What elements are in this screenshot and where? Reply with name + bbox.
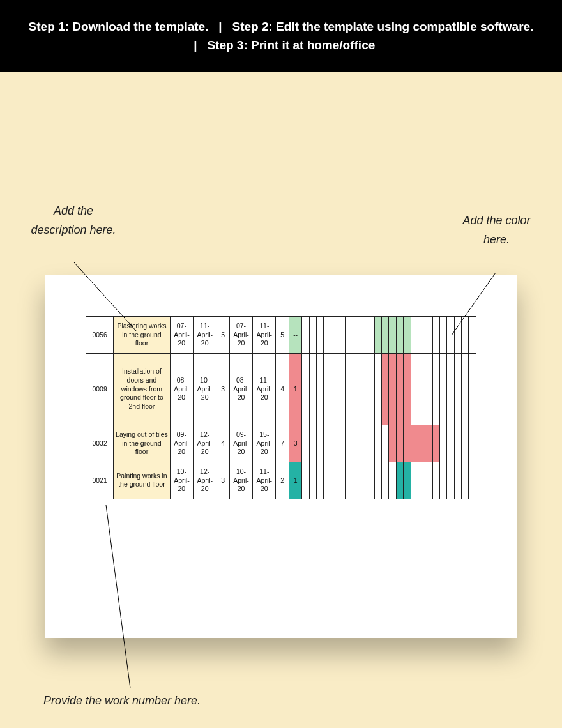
- gantt-day-cell: [469, 316, 476, 353]
- banner-sep2: |: [194, 38, 197, 52]
- gantt-day-cell: [389, 425, 396, 462]
- actual-start-cell: 09-April-20: [229, 425, 252, 462]
- gantt-day-cell: [461, 425, 468, 462]
- banner-step3: Step 3: Print it at home/office: [207, 38, 375, 52]
- gantt-day-cell: [425, 316, 432, 353]
- gantt-day-cell: [447, 462, 454, 499]
- gantt-day-cell: [346, 316, 353, 353]
- gantt-day-cell: [454, 353, 461, 425]
- gantt-day-cell: [461, 353, 468, 425]
- gantt-day-cell: [346, 462, 353, 499]
- gantt-day-cell: [425, 353, 432, 425]
- table-row: 0021Painting works in the ground floor10…: [86, 462, 476, 499]
- gantt-day-cell: [396, 353, 403, 425]
- actual-end-cell: 11-April-20: [253, 353, 276, 425]
- gantt-day-cell: [432, 316, 439, 353]
- gantt-day-cell: [338, 353, 346, 425]
- planned-duration-cell: 3: [216, 462, 229, 499]
- gantt-day-cell: [331, 425, 338, 462]
- gantt-day-cell: [439, 425, 446, 462]
- gantt-day-cell: [469, 462, 476, 499]
- gantt-day-cell: [367, 425, 374, 462]
- gantt-day-cell: [324, 316, 331, 353]
- actual-duration-cell: 2: [276, 462, 289, 499]
- gantt-day-cell: [389, 462, 396, 499]
- gantt-day-cell: [411, 425, 418, 462]
- instruction-banner: Step 1: Download the template. | Step 2:…: [0, 0, 562, 72]
- gantt-day-cell: [411, 462, 418, 499]
- gantt-day-cell: [418, 353, 425, 425]
- gantt-day-cell: [411, 316, 418, 353]
- planned-duration-cell: 3: [216, 353, 229, 425]
- gantt-day-cell: [454, 425, 461, 462]
- gantt-day-cell: [302, 425, 309, 462]
- description-cell: Installation of doors and windows from g…: [114, 353, 171, 425]
- gantt-day-cell: [309, 316, 316, 353]
- actual-end-cell: 15-April-20: [253, 425, 276, 462]
- gantt-day-cell: [404, 316, 411, 353]
- planned-end-cell: 11-April-20: [194, 316, 216, 353]
- gantt-day-cell: [411, 353, 418, 425]
- gantt-day-cell: [439, 316, 446, 353]
- variance-cell: 3: [289, 425, 301, 462]
- gantt-day-cell: [338, 462, 346, 499]
- actual-duration-cell: 4: [276, 353, 289, 425]
- gantt-day-cell: [324, 462, 331, 499]
- gantt-day-cell: [353, 462, 360, 499]
- gantt-day-cell: [338, 316, 346, 353]
- actual-duration-cell: 5: [276, 316, 289, 353]
- actual-start-cell: 10-April-20: [229, 462, 252, 499]
- gantt-day-cell: [404, 353, 411, 425]
- description-cell: Painting works in the ground floor: [114, 462, 171, 499]
- gantt-day-cell: [374, 353, 381, 425]
- planned-start-cell: 08-April-20: [170, 353, 193, 425]
- work-id-cell: 0021: [86, 462, 114, 499]
- work-id-cell: 0056: [86, 316, 114, 353]
- gantt-day-cell: [461, 462, 468, 499]
- gantt-day-cell: [302, 353, 309, 425]
- table-row: 0032Laying out of tiles in the ground fl…: [86, 425, 476, 462]
- callout-description: Add the description here.: [29, 202, 118, 239]
- gantt-day-cell: [367, 316, 374, 353]
- planned-start-cell: 09-April-20: [170, 425, 193, 462]
- planned-end-cell: 12-April-20: [194, 425, 216, 462]
- gantt-day-cell: [404, 462, 411, 499]
- variance-cell: 1: [289, 353, 301, 425]
- gantt-day-cell: [389, 316, 396, 353]
- gantt-day-cell: [382, 353, 389, 425]
- gantt-day-cell: [338, 425, 346, 462]
- gantt-day-cell: [317, 316, 324, 353]
- gantt-day-cell: [331, 316, 338, 353]
- banner-step2: Step 2: Edit the template using compatib…: [232, 20, 533, 33]
- gantt-day-cell: [469, 425, 476, 462]
- gantt-day-cell: [382, 462, 389, 499]
- gantt-day-cell: [317, 353, 324, 425]
- work-id-cell: 0032: [86, 425, 114, 462]
- work-id-cell: 0009: [86, 353, 114, 425]
- description-cell: Laying out of tiles in the ground floor: [114, 425, 171, 462]
- gantt-day-cell: [447, 353, 454, 425]
- actual-end-cell: 11-April-20: [253, 316, 276, 353]
- gantt-day-cell: [439, 353, 446, 425]
- gantt-day-cell: [360, 425, 367, 462]
- gantt-day-cell: [396, 316, 403, 353]
- gantt-day-cell: [469, 353, 476, 425]
- gantt-day-cell: [324, 353, 331, 425]
- variance-cell: 1: [289, 462, 301, 499]
- gantt-day-cell: [353, 353, 360, 425]
- template-sheet: 0056Plastering works in the ground floor…: [45, 275, 517, 638]
- gantt-day-cell: [309, 425, 316, 462]
- gantt-day-cell: [396, 462, 403, 499]
- gantt-day-cell: [360, 316, 367, 353]
- gantt-day-cell: [317, 462, 324, 499]
- callout-color: Add the color here.: [460, 211, 533, 249]
- gantt-day-cell: [389, 353, 396, 425]
- gantt-day-cell: [302, 462, 309, 499]
- gantt-day-cell: [447, 425, 454, 462]
- planned-end-cell: 10-April-20: [194, 353, 216, 425]
- gantt-day-cell: [317, 425, 324, 462]
- gantt-day-cell: [324, 425, 331, 462]
- gantt-day-cell: [302, 316, 309, 353]
- actual-end-cell: 11-April-20: [253, 462, 276, 499]
- gantt-day-cell: [461, 316, 468, 353]
